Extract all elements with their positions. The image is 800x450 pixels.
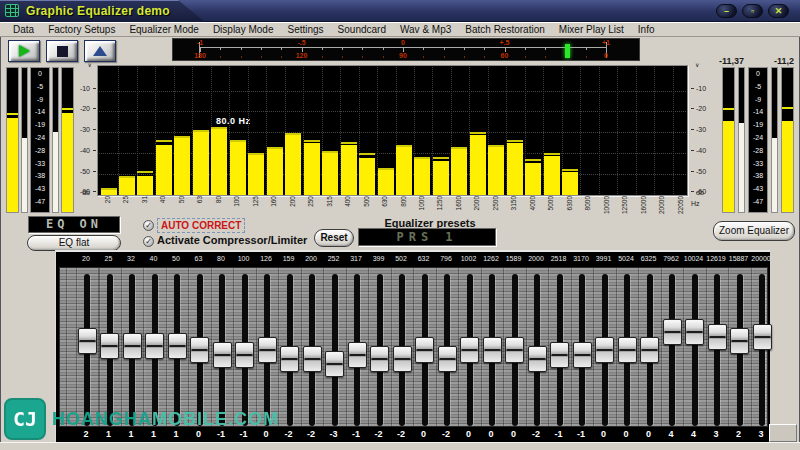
eq-slider-track[interactable] <box>714 274 720 426</box>
spectrum-peak-cap <box>414 157 430 159</box>
resize-grip[interactable] <box>769 424 797 442</box>
eq-slider-thumb[interactable] <box>438 346 457 372</box>
db-axis-tick <box>691 108 694 109</box>
corr-top-label: -.5 <box>290 39 314 46</box>
eq-slider-thumb[interactable] <box>460 337 479 363</box>
eq-slider-thumb[interactable] <box>753 324 772 350</box>
menu-item-factory-setups[interactable]: Factory Setups <box>41 22 122 37</box>
db-axis-tick <box>93 108 96 109</box>
eq-slider-thumb[interactable] <box>505 337 524 363</box>
eq-slider-thumb[interactable] <box>550 342 569 368</box>
eq-slider-thumb[interactable] <box>483 337 502 363</box>
eq-slider-thumb[interactable] <box>348 342 367 368</box>
spectrum-peak-cap <box>156 140 172 142</box>
reset-button[interactable]: Reset <box>314 229 354 247</box>
freq-tick-label: 500 <box>363 196 371 214</box>
maximize-button[interactable]: ▫ <box>742 4 763 18</box>
menu-item-equalizer-mode[interactable]: Equalizer Mode <box>122 22 205 37</box>
spectrum-peak-cap <box>304 140 320 142</box>
spectrum-peak-cap <box>211 127 227 129</box>
db-axis-tick <box>691 150 694 151</box>
eq-flat-button[interactable]: EQ flat <box>27 235 121 251</box>
freq-tick-label: 125 <box>252 196 260 214</box>
eq-slider-thumb[interactable] <box>168 333 187 359</box>
eq-slider-track[interactable] <box>759 274 765 426</box>
eq-slider-thumb[interactable] <box>280 346 299 372</box>
eq-slider-thumb[interactable] <box>730 328 749 354</box>
eq-slider-thumb[interactable] <box>528 346 547 372</box>
auto-correct-label[interactable]: AUTO CORRECT <box>157 218 245 233</box>
menu-item-data[interactable]: Data <box>6 22 41 37</box>
watermark-text-2: MOBILE.COM <box>152 409 279 430</box>
spectrum-peak-cap <box>101 188 117 190</box>
corr-dot <box>545 56 546 58</box>
eq-slider-thumb[interactable] <box>213 342 232 368</box>
compressor-radio[interactable]: ✓ <box>143 236 154 247</box>
spectrum-peak-cap <box>137 171 153 173</box>
eq-slider-thumb[interactable] <box>415 337 434 363</box>
spectrum-db-axis-left: ∨-10-20-30-40-50-60db <box>70 65 96 200</box>
freq-tick-label: 315 <box>326 196 334 214</box>
eq-slider-track[interactable] <box>692 274 698 426</box>
eq-slider-thumb[interactable] <box>663 319 682 345</box>
db-axis-tick <box>691 129 694 130</box>
freq-tick-label: 63 <box>196 196 204 214</box>
spectrum-bar <box>359 158 375 195</box>
freq-tick-label: 2000 <box>473 196 481 214</box>
menu-item-mixer-play-list[interactable]: Mixer Play List <box>552 22 631 37</box>
eq-slider-thumb[interactable] <box>303 346 322 372</box>
menu-item-settings[interactable]: Settings <box>280 22 330 37</box>
spectrum-bar <box>267 149 283 195</box>
eq-slider-thumb[interactable] <box>393 346 412 372</box>
eq-slider-track[interactable] <box>669 274 675 426</box>
vu-bar-wide <box>6 67 19 213</box>
corr-tick <box>342 47 343 50</box>
menu-item-display-mode[interactable]: Display Mode <box>206 22 281 37</box>
eq-slider-thumb[interactable] <box>573 342 592 368</box>
db-axis-unit: db <box>696 189 716 197</box>
eq-slider-thumb[interactable] <box>145 333 164 359</box>
freq-tick-label: 50 <box>178 196 186 214</box>
eq-slider-thumb[interactable] <box>123 333 142 359</box>
eject-button[interactable] <box>84 40 116 62</box>
close-button[interactable]: ✕ <box>768 4 789 18</box>
spectrum-peak-cap <box>119 176 135 178</box>
window-title: Graphic Equalizer demo <box>26 4 170 18</box>
freq-tick-label: 4000 <box>529 196 537 214</box>
eq-slider-thumb[interactable] <box>190 337 209 363</box>
eq-slider-thumb[interactable] <box>640 337 659 363</box>
corr-top-label: +1 <box>594 39 618 46</box>
spectrum-marker-label: 80.0 Hz <box>216 116 251 126</box>
compressor-label[interactable]: Activate Compressor/Limiter <box>157 234 307 246</box>
menu-item-batch-restoration[interactable]: Batch Restoration <box>458 22 552 37</box>
eq-state-display: EQ ON <box>28 216 120 233</box>
eq-slider-thumb[interactable] <box>370 346 389 372</box>
eq-slider-thumb[interactable] <box>235 342 254 368</box>
play-button[interactable] <box>8 40 40 62</box>
eq-slider-thumb[interactable] <box>618 337 637 363</box>
menu-item-info[interactable]: Info <box>631 22 662 37</box>
eq-slider-thumb[interactable] <box>595 337 614 363</box>
play-icon <box>19 45 30 57</box>
spectrum-bar <box>285 135 301 195</box>
eq-slider-thumb[interactable] <box>685 319 704 345</box>
minimize-button[interactable]: – <box>716 4 737 18</box>
menu-item-soundcard[interactable]: Soundcard <box>331 22 393 37</box>
freq-tick-label: 1250 <box>436 196 444 214</box>
eq-slider-thumb[interactable] <box>325 351 344 377</box>
zoom-equalizer-button[interactable]: Zoom Equalizer <box>713 221 795 241</box>
menu-bar: DataFactory SetupsEqualizer ModeDisplay … <box>0 22 800 37</box>
stop-button[interactable] <box>46 40 78 62</box>
auto-correct-radio[interactable]: ✓ <box>143 220 154 231</box>
eq-slider-thumb[interactable] <box>258 337 277 363</box>
vu-scale-label: -33 <box>31 160 49 168</box>
menu-item-wav-mp3[interactable]: Wav & Mp3 <box>393 22 458 37</box>
vu-bar-narrow <box>738 67 745 213</box>
spectrum-bar <box>488 147 504 195</box>
eq-slider-thumb[interactable] <box>78 328 97 354</box>
eq-slider-thumb[interactable] <box>100 333 119 359</box>
eq-slider-thumb[interactable] <box>708 324 727 350</box>
corr-tick <box>322 47 323 50</box>
corr-dot <box>383 56 384 58</box>
correlation-meter: -1180-.5120090+.560+10 <box>172 38 640 61</box>
